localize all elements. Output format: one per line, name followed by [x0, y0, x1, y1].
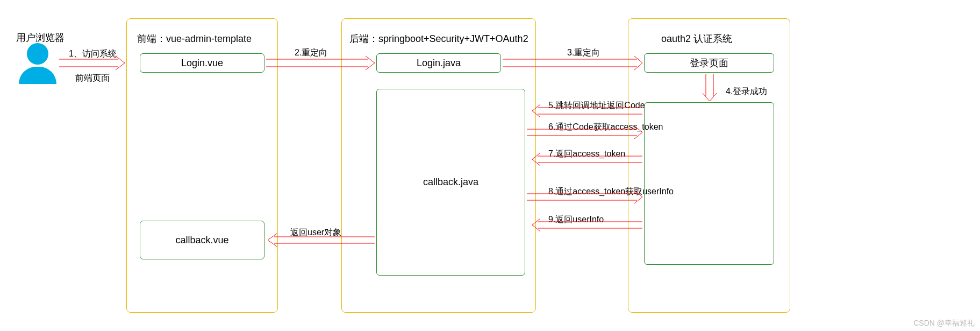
frontend-title: 前端：vue-admin-template — [137, 32, 252, 45]
login-java-node: Login.java — [376, 53, 501, 73]
arrow1-label2: 前端页面 — [75, 73, 110, 84]
callback-java-node: callback.java — [376, 89, 525, 276]
arrow8-label: 8.通过access_token获取userInfo — [548, 186, 674, 198]
user-icon — [19, 43, 56, 84]
callback-vue-node: callback.vue — [140, 221, 264, 259]
user-label: 用户浏览器 — [16, 31, 65, 44]
login-vue-node: Login.vue — [140, 53, 264, 73]
return-user-label: 返回user对象 — [290, 227, 341, 238]
arrow4-label: 4.登录成功 — [726, 86, 767, 97]
arrow6-label: 6.通过Code获取access_token — [548, 122, 663, 133]
arrow7-label: 7.返回access_token — [548, 149, 625, 160]
oauth-resource-node — [644, 102, 774, 265]
login-page-node: 登录页面 — [644, 53, 774, 73]
arrow3-label: 3.重定向 — [567, 47, 600, 59]
oauth-title: oauth2 认证系统 — [661, 32, 732, 45]
arrow5-label: 5.跳转回调地址返回Code — [548, 100, 645, 111]
arrow2-label: 2.重定向 — [295, 47, 327, 59]
arrow9-label: 9.返回userInfo — [548, 214, 604, 226]
arrow1-label1: 1、访问系统 — [69, 48, 117, 60]
watermark: CSDN @幸福巡礼 — [913, 319, 975, 328]
backend-title: 后端：springboot+Security+JWT+OAuth2 — [349, 32, 528, 45]
